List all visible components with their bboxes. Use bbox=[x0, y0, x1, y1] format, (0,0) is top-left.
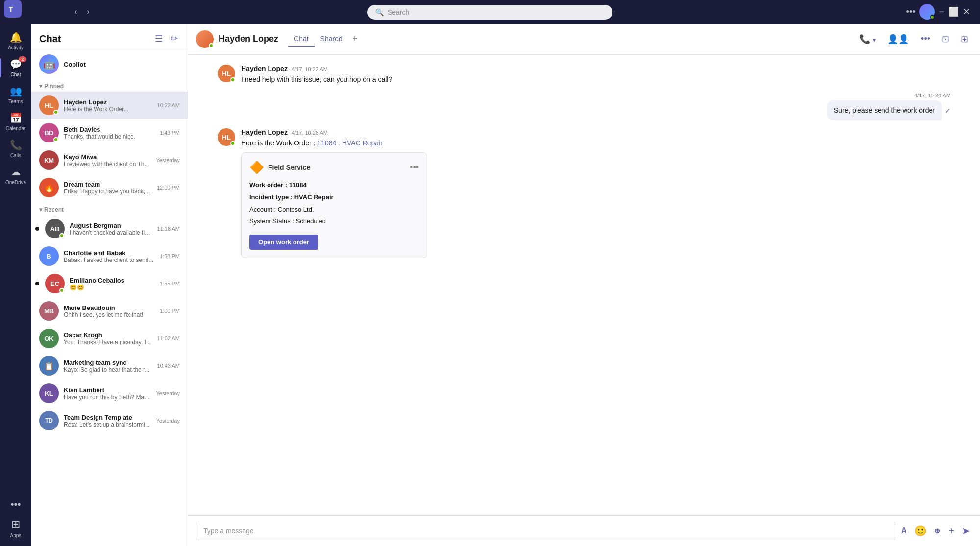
status-august bbox=[59, 233, 64, 238]
topbar-minimize-button[interactable]: − bbox=[939, 7, 944, 17]
chat-header-name: Hayden Lopez bbox=[219, 34, 278, 44]
avatar-charlotte: B bbox=[39, 246, 59, 266]
message-row-3: HL Hayden Lopez 4/17, 10:26 AM Here is t… bbox=[218, 128, 951, 258]
rail-more-button[interactable]: ••• bbox=[0, 495, 31, 514]
apps-icon: ⊞ bbox=[11, 518, 20, 531]
more-button[interactable]: ••• bbox=[917, 32, 934, 46]
chat-time-marie: 1:00 PM bbox=[160, 308, 180, 314]
status-emiliano bbox=[59, 288, 64, 293]
rail-item-activity[interactable]: 🔔 Activity bbox=[0, 27, 31, 54]
topbar-maximize-button[interactable]: ⬜ bbox=[948, 6, 959, 17]
avatar-august: AB bbox=[45, 219, 65, 238]
list-item-copilot[interactable]: 🤖 Copilot bbox=[31, 50, 188, 78]
rail-item-calls[interactable]: 📞 Calls bbox=[0, 135, 31, 162]
chat-time-kian: Yesterday bbox=[156, 390, 180, 396]
sidebar-compose-button[interactable]: ✏ bbox=[169, 31, 180, 46]
nav-back-button[interactable]: ‹ bbox=[71, 3, 81, 20]
chat-info-oscar: Oscar Krogh You: Thanks! Have a nice day… bbox=[64, 332, 152, 346]
sidebar-filter-button[interactable]: ☰ bbox=[153, 31, 165, 46]
avatar-marketing: 📋 bbox=[39, 356, 59, 376]
attach-button[interactable]: + bbox=[946, 523, 956, 539]
topbar-more-button[interactable]: ••• bbox=[906, 7, 916, 17]
rail-label-activity: Activity bbox=[8, 45, 24, 50]
chat-info-charlotte: Charlotte and Babak Babak: I asked the c… bbox=[64, 249, 155, 263]
list-item-emiliano[interactable]: EC Emiliano Ceballos 😊😊 1:55 PM bbox=[31, 270, 188, 297]
chat-name-august: August Bergman bbox=[70, 222, 152, 229]
rail-label-apps: Apps bbox=[10, 533, 22, 538]
status-beth bbox=[53, 137, 58, 142]
search-input[interactable] bbox=[388, 8, 605, 16]
chat-info-copilot: Copilot bbox=[64, 61, 180, 68]
rail-item-calendar[interactable]: 📅 Calendar bbox=[0, 108, 31, 135]
unread-dot-emiliano bbox=[35, 282, 39, 285]
rail-item-apps[interactable]: ⊞ Apps bbox=[0, 514, 31, 542]
msg-avatar-status-1 bbox=[230, 77, 235, 82]
tab-chat[interactable]: Chat bbox=[288, 32, 315, 47]
emoji-button[interactable]: 🙂 bbox=[912, 523, 929, 539]
card-incident: Incident type : HVAC Repair bbox=[249, 192, 419, 203]
avatar-hayden: HL bbox=[39, 95, 59, 115]
message-input[interactable] bbox=[196, 522, 895, 540]
teams-logo: T bbox=[4, 0, 22, 18]
topbar-avatar-status bbox=[930, 15, 935, 20]
chat-info-teamdesign: Team Design Template Reta: Let's set up … bbox=[64, 414, 151, 428]
list-item-beth[interactable]: BD Beth Davies Thanks, that would be nic… bbox=[31, 119, 188, 146]
unread-dot-august bbox=[35, 227, 39, 231]
chat-preview-teamdesign: Reta: Let's set up a brainstormi... bbox=[64, 421, 151, 428]
card-status: System Status : Scheduled bbox=[249, 216, 419, 227]
send-button[interactable]: ➤ bbox=[960, 523, 972, 539]
chat-time-teamdesign: Yesterday bbox=[156, 418, 180, 424]
chat-name-kayo: Kayo Miwa bbox=[64, 153, 151, 161]
open-work-order-button[interactable]: Open work order bbox=[249, 235, 318, 250]
chat-preview-kian: Have you run this by Beth? Mak... bbox=[64, 394, 151, 401]
msg-avatar-3: HL bbox=[218, 128, 235, 146]
rail-item-chat[interactable]: 2 💬 Chat bbox=[0, 54, 31, 81]
left-rail: 🔔 Activity 2 💬 Chat 👥 Teams 📅 Calendar 📞… bbox=[0, 24, 31, 546]
work-order-link[interactable]: 11084 : HVAC Repair bbox=[317, 139, 383, 147]
expand-button[interactable]: ⊞ bbox=[957, 32, 972, 47]
avatar-dreamteam: 🔥 bbox=[39, 178, 59, 197]
svg-text:T: T bbox=[9, 5, 13, 13]
chat-name-emiliano: Emiliano Ceballos bbox=[70, 277, 155, 284]
call-button[interactable]: 📞 ▾ bbox=[856, 32, 880, 47]
list-item-hayden[interactable]: HL Hayden Lopez Here is the Work Order..… bbox=[31, 92, 188, 119]
popout-button[interactable]: ⊡ bbox=[938, 32, 953, 47]
chat-name-marketing: Marketing team sync bbox=[64, 359, 152, 366]
format-button[interactable]: A bbox=[899, 524, 909, 537]
list-item-teamdesign[interactable]: TD Team Design Template Reta: Let's set … bbox=[31, 407, 188, 434]
pinned-section-label: ▾ Pinned bbox=[31, 78, 188, 92]
topbar: T ‹ › 🔍 ••• − ⬜ ✕ bbox=[0, 0, 980, 24]
tab-shared[interactable]: Shared bbox=[315, 32, 348, 47]
people-button[interactable]: 👤👤 bbox=[883, 32, 913, 47]
chat-time-kayo: Yesterday bbox=[156, 157, 180, 163]
msg-avatar-1: HL bbox=[218, 65, 235, 82]
rail-label-teams: Teams bbox=[8, 99, 23, 104]
list-item-marie[interactable]: MB Marie Beaudouin Ohhh I see, yes let m… bbox=[31, 297, 188, 325]
list-item-marketing[interactable]: 📋 Marketing team sync Kayo: So glad to h… bbox=[31, 352, 188, 380]
list-item-oscar[interactable]: OK Oscar Krogh You: Thanks! Have a nice … bbox=[31, 325, 188, 352]
list-item-kian[interactable]: KL Kian Lambert Have you run this by Bet… bbox=[31, 380, 188, 407]
msg-bubble-2: Sure, please send the work order bbox=[827, 100, 942, 120]
chat-preview-emiliano: 😊😊 bbox=[70, 284, 155, 291]
message-row-2: 4/17, 10:24 AM Sure, please send the wor… bbox=[218, 93, 951, 120]
list-item-dreamteam[interactable]: 🔥 Dream team Erika: Happy to have you ba… bbox=[31, 174, 188, 201]
msg-content-3: Hayden Lopez 4/17, 10:26 AM Here is the … bbox=[241, 128, 951, 258]
chevron-down-icon-recent: ▾ bbox=[39, 206, 42, 213]
chat-badge: 2 bbox=[19, 56, 26, 62]
card-service-name: Field Service bbox=[268, 164, 310, 171]
calls-icon: 📞 bbox=[10, 139, 22, 151]
list-item-august[interactable]: AB August Bergman I haven't checked avai… bbox=[31, 215, 188, 242]
gif-button[interactable]: ⊕ bbox=[932, 525, 942, 537]
chat-name-dreamteam: Dream team bbox=[64, 181, 152, 188]
list-item-kayo[interactable]: KM Kayo Miwa I reviewed with the client … bbox=[31, 146, 188, 174]
activity-icon: 🔔 bbox=[10, 31, 22, 43]
rail-item-onedrive[interactable]: ☁ OneDrive bbox=[0, 162, 31, 189]
rail-item-teams[interactable]: 👥 Teams bbox=[0, 81, 31, 108]
topbar-close-button[interactable]: ✕ bbox=[963, 6, 970, 17]
chat-preview-oscar: You: Thanks! Have a nice day, I... bbox=[64, 339, 152, 346]
tab-add-button[interactable]: + bbox=[348, 32, 362, 47]
chat-info-hayden: Hayden Lopez Here is the Work Order... bbox=[64, 98, 152, 113]
list-item-charlotte[interactable]: B Charlotte and Babak Babak: I asked the… bbox=[31, 242, 188, 270]
card-more-button[interactable]: ••• bbox=[410, 163, 419, 173]
nav-forward-button[interactable]: › bbox=[83, 3, 93, 20]
